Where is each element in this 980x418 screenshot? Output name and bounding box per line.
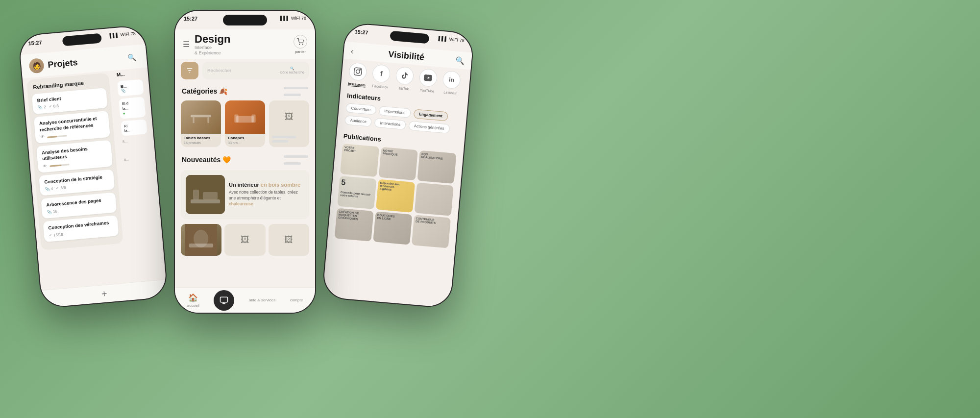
pub-card-2[interactable]: NOTREPRATIQUE — [379, 147, 418, 180]
progress-fill-2 — [47, 136, 57, 138]
search-button-left[interactable]: 🔍 — [124, 50, 139, 65]
panier-label: panier — [295, 49, 306, 54]
kanban-card-brief[interactable]: Brief client 📎 2 ✓ 8/8 — [32, 88, 108, 114]
youtube-icon — [418, 68, 438, 87]
page-title-center: Design — [195, 33, 294, 45]
social-tab-youtube[interactable]: YouTube — [418, 68, 438, 94]
add-button[interactable]: + — [101, 288, 108, 300]
pub-card-4[interactable]: 5 Conseils pour réussir votre refonte — [337, 176, 376, 209]
search-bar: Rechercher 🔍 icône recherche — [181, 62, 309, 79]
badge-couverture[interactable]: Couverture — [345, 103, 376, 115]
pub-card-7[interactable]: CRÉATION DEMAQUETTESGRAPHIQUES — [335, 208, 374, 241]
social-tab-facebook[interactable]: f Facebook — [371, 64, 391, 90]
time-right: 15:27 — [354, 28, 368, 35]
kanban-card-arborescence[interactable]: Arborescence des pages 📎 16 — [41, 192, 117, 219]
svg-point-17 — [194, 230, 208, 247]
category-img-canapes — [225, 100, 265, 134]
panier-circle — [294, 35, 307, 49]
bottom-nav-center: 🏠 accueil aide & services compte — [175, 287, 315, 313]
kanban-card-strategie[interactable]: Conception de la stratégie 📎 4 ✓ 6/6 — [39, 169, 115, 196]
tiktok-label: TikTok — [398, 86, 409, 91]
filter-button[interactable] — [181, 62, 198, 79]
category-label-canapes: Canapés — [225, 134, 265, 141]
badge-audience[interactable]: Audience — [344, 115, 372, 127]
facebook-label: Facebook — [372, 84, 389, 90]
left-phone-content: 🧑 Projets 🔍 Rebranding marque Brief clie… — [21, 44, 168, 308]
pub-card-9[interactable]: CONTENEURDE PRODUITS — [412, 215, 451, 248]
pub-card-8[interactable]: BOUTIQUESEN LIGNE — [373, 211, 412, 245]
svg-point-22 — [356, 70, 360, 74]
nav-home-label: accueil — [187, 303, 199, 308]
column-2-title: M... — [116, 70, 142, 77]
svg-rect-5 — [191, 115, 211, 118]
nav-fab-button[interactable] — [214, 290, 234, 311]
linkedin-label: LinkedIn — [443, 90, 458, 96]
product-card-1[interactable] — [181, 224, 221, 256]
svg-rect-6 — [193, 118, 194, 123]
search-icon-right: 🔍 icône recherche — [280, 67, 304, 74]
back-button[interactable]: ‹ — [350, 47, 354, 55]
badge-impressions[interactable]: Impressions — [378, 106, 411, 118]
svg-rect-18 — [220, 297, 228, 302]
tiktok-icon — [395, 66, 415, 85]
panier-button[interactable]: panier — [294, 35, 307, 54]
nouveautes-section: Un intérieur en bois sombre Avec notre c… — [175, 169, 315, 220]
product-card-2[interactable]: 🖼 — [224, 224, 265, 256]
progress-bar-2 — [47, 135, 67, 138]
kanban-card-analyse[interactable]: Analyse concurrentielle et recherche de … — [34, 111, 110, 144]
right-phone: 15:27 ▌▌▌ WiFi 78 ‹ Visibilité 🔍 Instagr… — [321, 22, 475, 309]
menu-icon[interactable]: ☰ — [183, 40, 190, 49]
nouveautes-headline: Un intérieur en bois sombre — [229, 182, 304, 188]
badge-interactions[interactable]: Interactions — [374, 118, 406, 130]
svg-rect-14 — [203, 192, 218, 199]
svg-rect-21 — [354, 68, 362, 75]
nouveautes-text: Un intérieur en bois sombre Avec notre c… — [229, 182, 304, 207]
bottom-products-grid: 🖼 🖼 — [175, 220, 315, 260]
progress-fill-3 — [49, 165, 61, 167]
nav-home[interactable]: 🏠 accueil — [187, 293, 199, 308]
kanban-card-wireframes[interactable]: Conception des wireframes ✓ 15/18 — [43, 216, 119, 242]
search-button-right[interactable]: 🔍 — [455, 56, 465, 66]
pub-card-5[interactable]: Répondre auxtendancesdigitales — [376, 179, 415, 213]
social-tab-linkedin[interactable]: in LinkedIn — [441, 70, 461, 96]
social-tab-instagram[interactable]: Instagram — [348, 62, 368, 88]
status-icons-right: ▌▌▌ WiFi 78 — [438, 36, 465, 43]
nav-aide[interactable]: aide & services — [249, 298, 275, 302]
status-icons-left: ▌▌▌ WiFi 78 — [109, 31, 136, 38]
svg-point-0 — [299, 44, 300, 45]
card-partial-2: El dla... ● — [119, 97, 146, 119]
social-tab-tiktok[interactable]: TikTok — [394, 66, 414, 92]
svg-rect-13 — [193, 190, 199, 199]
search-input-area[interactable]: Rechercher 🔍 icône recherche — [202, 62, 309, 79]
youtube-label: YouTube — [419, 88, 434, 94]
nav-aide-label: aide & services — [249, 298, 275, 302]
center-phone: 15:27 ▌▌▌ WiFi 78 ☰ Design Interface & E… — [174, 10, 316, 314]
progress-bar-3 — [49, 164, 69, 167]
badges-grid: Couverture Impressions Engagement Audien… — [344, 103, 460, 134]
nouveautes-banner[interactable]: Un intérieur en bois sombre Avec notre c… — [181, 170, 309, 219]
publications-section: Publications VOTREPROJET NOTREPRATIQUE N… — [327, 131, 464, 250]
right-phone-content: ‹ Visibilité 🔍 Instagram f Facebook — [322, 42, 472, 308]
product-card-3[interactable]: 🖼 — [269, 224, 309, 256]
category-count-canapes: 33 pro... — [225, 141, 265, 147]
pub-card-3[interactable]: NOSRÉALISATIONS — [417, 150, 456, 184]
badge-actions[interactable]: Actions générées — [408, 121, 450, 134]
nav-compte-label: compte — [290, 298, 303, 302]
categories-section-title: Catégories 🍂 — [175, 82, 315, 100]
nav-compte[interactable]: compte — [290, 298, 303, 302]
category-card-canapes[interactable]: Canapés 33 pro... — [225, 100, 265, 147]
nouveautes-desc: Avec notre collection de tables, créez u… — [229, 190, 304, 207]
linkedin-icon: in — [442, 70, 461, 89]
category-img-tables — [181, 100, 221, 134]
category-card-placeholder[interactable]: 🖼 — [269, 100, 309, 147]
pub-card-1[interactable]: VOTREPROJET — [340, 144, 379, 177]
card-partial-1: B... 📎 — [117, 79, 144, 97]
badge-engagement[interactable]: Engagement — [413, 109, 448, 121]
category-img-placeholder: 🖼 — [269, 100, 309, 134]
svg-rect-10 — [251, 115, 255, 123]
pub-card-6[interactable] — [415, 182, 454, 216]
category-card-tables[interactable]: Tables basses 16 produits — [181, 100, 221, 147]
left-phone: 15:27 ▌▌▌ WiFi 78 🧑 Projets 🔍 Rebranding… — [18, 25, 169, 309]
kanban-card-besoins[interactable]: Analyse des besoins utilisateurs 👁 — [36, 140, 113, 173]
svg-point-23 — [360, 70, 361, 71]
